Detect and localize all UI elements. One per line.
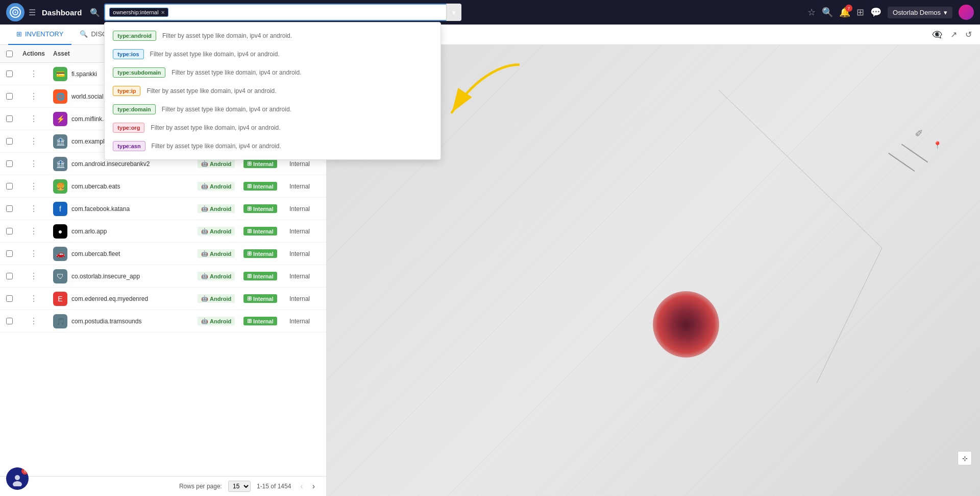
row-checkbox[interactable] bbox=[0, 247, 18, 260]
row-select[interactable] bbox=[6, 138, 13, 145]
type-badge: 🤖 Android bbox=[198, 204, 235, 213]
app-icon: 🎵 bbox=[53, 314, 67, 328]
grid-icon[interactable]: ⊞ bbox=[856, 7, 864, 18]
row-badge: ⊞ Internal bbox=[239, 224, 285, 239]
row-select[interactable] bbox=[6, 250, 13, 257]
chat-icon[interactable]: 💬 bbox=[870, 7, 881, 18]
row-badge: ⊞ Internal bbox=[239, 246, 285, 261]
internal-badge: ⊞ Internal bbox=[243, 159, 277, 168]
row-checkbox[interactable] bbox=[0, 112, 18, 125]
row-actions[interactable]: ⋮ bbox=[18, 291, 49, 306]
app-name: com.arlo.app bbox=[71, 228, 107, 235]
row-actions[interactable]: ⋮ bbox=[18, 133, 49, 149]
tab-inventory[interactable]: ⊞ INVENTORY bbox=[8, 25, 71, 45]
row-select[interactable] bbox=[6, 318, 13, 324]
star-icon[interactable]: ☆ bbox=[807, 7, 816, 18]
dropdown-item[interactable]: type:domain Filter by asset type like do… bbox=[105, 100, 440, 119]
row-actions[interactable]: ⋮ bbox=[18, 223, 49, 239]
dropdown-item[interactable]: type:subdomain Filter by asset type like… bbox=[105, 63, 440, 82]
row-actions[interactable]: ⋮ bbox=[18, 246, 49, 262]
search-tag-close[interactable]: ✕ bbox=[161, 10, 165, 15]
row-actions[interactable]: ⋮ bbox=[18, 66, 49, 82]
hide-button[interactable]: 👁‍🗨 bbox=[930, 28, 944, 41]
refresh-button[interactable]: ↺ bbox=[963, 28, 974, 41]
hamburger-icon[interactable]: ☰ bbox=[29, 8, 36, 17]
row-actions[interactable]: ⋮ bbox=[18, 268, 49, 284]
dropdown-item[interactable]: type:asn Filter by asset type like domai… bbox=[105, 137, 440, 155]
app-name: com.ubercab.eats bbox=[71, 183, 120, 190]
row-actions[interactable]: ⋮ bbox=[18, 201, 49, 217]
row-actions[interactable]: ⋮ bbox=[18, 111, 49, 127]
alert-icon[interactable]: 🔔7 bbox=[839, 7, 850, 18]
search-icon[interactable]: 🔍 bbox=[90, 8, 100, 17]
row-select[interactable] bbox=[6, 93, 13, 100]
internal-badge: ⊞ Internal bbox=[243, 227, 277, 235]
crosshair-button[interactable]: ⊹ bbox=[958, 451, 972, 465]
row-ownership: Internal bbox=[285, 180, 326, 193]
row-checkbox[interactable] bbox=[0, 292, 18, 305]
row-checkbox[interactable] bbox=[0, 67, 18, 80]
filter-tag: type:domain bbox=[113, 104, 155, 114]
dropdown-desc: Filter by asset type like domain, ipv4 o… bbox=[150, 51, 280, 58]
type-badge: 🤖 Android bbox=[198, 249, 235, 258]
dropdown-desc: Filter by asset type like domain, ipv4 o… bbox=[162, 106, 291, 113]
row-asset: 🍔 com.ubercab.eats bbox=[49, 176, 193, 197]
row-checkbox[interactable] bbox=[0, 180, 18, 193]
row-actions[interactable]: ⋮ bbox=[18, 88, 49, 104]
search-nav-icon[interactable]: 🔍 bbox=[822, 7, 833, 18]
row-actions[interactable]: ⋮ bbox=[18, 156, 49, 172]
row-checkbox[interactable] bbox=[0, 135, 18, 148]
svg-point-2 bbox=[15, 12, 16, 13]
row-select[interactable] bbox=[6, 205, 13, 212]
search-tag[interactable]: ownership:internal ✕ bbox=[109, 8, 168, 17]
rows-per-page-select[interactable]: 152550 bbox=[228, 481, 251, 492]
row-checkbox[interactable] bbox=[0, 202, 18, 215]
search-dropdown-arrow[interactable]: ▾ bbox=[446, 4, 461, 21]
dropdown-item[interactable]: type:android Filter by asset type like d… bbox=[105, 27, 440, 45]
row-type: 🤖 Android bbox=[193, 269, 239, 284]
badge-icon: ⊞ bbox=[247, 205, 252, 212]
svg-point-9 bbox=[15, 475, 20, 480]
user-name: Ostorlab Demos bbox=[893, 9, 941, 16]
row-select[interactable] bbox=[6, 295, 13, 302]
row-select[interactable] bbox=[6, 228, 13, 234]
row-select[interactable] bbox=[6, 273, 13, 279]
row-actions[interactable]: ⋮ bbox=[18, 313, 49, 329]
filter-tag: type:subdomain bbox=[113, 67, 165, 78]
next-page-button[interactable]: › bbox=[309, 481, 318, 492]
share-button[interactable]: ↗ bbox=[948, 28, 959, 41]
row-checkbox[interactable] bbox=[0, 315, 18, 327]
dropdown-item[interactable]: type:ip Filter by asset type like domain… bbox=[105, 82, 440, 100]
internal-badge: ⊞ Internal bbox=[243, 249, 277, 258]
user-avatar[interactable] bbox=[959, 5, 974, 20]
row-select[interactable] bbox=[6, 183, 13, 190]
search-bar[interactable]: ownership:internal ✕ bbox=[104, 4, 461, 21]
row-checkbox[interactable] bbox=[0, 90, 18, 103]
row-select[interactable] bbox=[6, 70, 13, 77]
header-actions: Actions bbox=[18, 45, 49, 62]
select-all-checkbox[interactable] bbox=[6, 51, 13, 57]
dropdown-item[interactable]: type:ios Filter by asset type like domai… bbox=[105, 45, 440, 63]
row-checkbox[interactable] bbox=[0, 270, 18, 282]
row-asset: 🎵 com.postudia.tramsounds bbox=[49, 311, 193, 332]
row-asset: E com.edenred.eq.myedenred bbox=[49, 289, 193, 309]
app-icon: E bbox=[53, 292, 67, 306]
row-ownership: Internal bbox=[285, 225, 326, 238]
row-checkbox[interactable] bbox=[0, 225, 18, 238]
filter-tag: type:org bbox=[113, 123, 144, 133]
bottom-avatar[interactable]: 6 bbox=[6, 467, 29, 490]
user-button[interactable]: Ostorlab Demos ▾ bbox=[888, 7, 952, 18]
row-checkbox[interactable] bbox=[0, 157, 18, 170]
row-select[interactable] bbox=[6, 115, 13, 122]
logo[interactable] bbox=[6, 3, 24, 21]
type-badge: 🤖 Android bbox=[198, 182, 235, 191]
search-input[interactable] bbox=[172, 9, 457, 16]
row-asset: ● com.arlo.app bbox=[49, 221, 193, 242]
header-checkbox bbox=[0, 45, 18, 62]
prev-page-button[interactable]: ‹ bbox=[297, 481, 306, 492]
table-row: ⋮ 🎵 com.postudia.tramsounds 🤖 Android ⊞ … bbox=[0, 310, 326, 333]
dropdown-item[interactable]: type:org Filter by asset type like domai… bbox=[105, 119, 440, 137]
row-actions[interactable]: ⋮ bbox=[18, 178, 49, 194]
android-icon: 🤖 bbox=[201, 250, 208, 257]
row-select[interactable] bbox=[6, 160, 13, 167]
